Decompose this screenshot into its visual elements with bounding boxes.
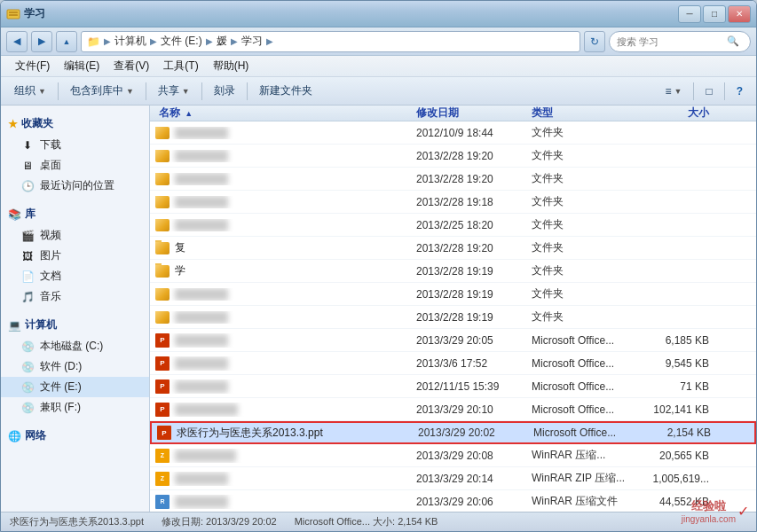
sidebar-item-music[interactable]: 🎵 音乐 <box>1 286 149 307</box>
col-header-type[interactable]: 类型 <box>532 106 638 121</box>
help-button[interactable]: ? <box>729 80 751 103</box>
sidebar-network-header[interactable]: 🌐 网络 <box>1 425 149 447</box>
file-row[interactable]: blurred2 2013/2/28 19:20 文件夹 <box>150 145 756 168</box>
burn-button[interactable]: 刻录 <box>206 80 243 103</box>
menu-file[interactable]: 文件(F) <box>8 57 57 75</box>
ppt-icon: P <box>157 426 171 440</box>
file-row[interactable]: P blurred8 2013/3/29 20:05 Microsoft Off… <box>150 329 756 352</box>
refresh-button[interactable]: ↻ <box>584 31 605 52</box>
title-bar-left: 学习 <box>6 6 45 21</box>
file-rows: blurred1 2012/10/9 18:44 文件夹 blurred2 20… <box>150 121 756 512</box>
file-row[interactable]: 学 2013/2/28 19:19 文件夹 <box>150 260 756 283</box>
col-header-name[interactable]: 名称 ▲ <box>150 106 416 121</box>
file-cell-type: Microsoft Office... <box>532 334 638 347</box>
file-cell-date: 2013/3/6 17:52 <box>416 357 532 370</box>
organize-button[interactable]: 组织 ▼ <box>6 80 54 103</box>
sidebar-item-video[interactable]: 🎬 视频 <box>1 225 149 246</box>
sidebar-computer-header[interactable]: 💻 计算机 <box>1 314 149 336</box>
sidebar-section-computer: 💻 计算机 💿 本地磁盘 (C:) 💿 软件 (D:) 💿 文件 (E:) 💿 <box>1 314 149 418</box>
file-cell-type: WinRAR 压缩... <box>532 448 638 463</box>
file-name-blurred: blurred2 <box>175 150 228 162</box>
file-cell-date: 2013/2/28 19:19 <box>416 288 532 301</box>
menu-tools[interactable]: 工具(T) <box>156 57 205 75</box>
file-row[interactable]: Z p 2013/3/29 20:14 WinRAR ZIP 压缩... 1,0… <box>150 467 756 490</box>
menu-edit[interactable]: 编辑(E) <box>57 57 106 75</box>
sort-arrow: ▲ <box>185 109 193 118</box>
sidebar-favorites-header[interactable]: ★ 收藏夹 <box>1 113 149 135</box>
file-cell-type: 文件夹 <box>532 286 638 301</box>
file-cell-name: Z blurred12.rar <box>150 449 416 463</box>
breadcrumb-computer[interactable]: 计算机 <box>114 34 146 49</box>
back-button[interactable]: ◀ <box>6 31 28 52</box>
col-header-date[interactable]: 修改日期 <box>416 106 532 121</box>
file-row[interactable]: Z blurred12.rar 2013/3/29 20:08 WinRAR 压… <box>150 444 756 467</box>
sidebar-item-recent[interactable]: 🕒 最近访问的位置 <box>1 176 149 196</box>
menu-view[interactable]: 查看(V) <box>106 57 156 75</box>
file-row[interactable]: P blurred9.pt 2013/3/6 17:52 Microsoft O… <box>150 352 756 375</box>
menu-help[interactable]: 帮助(H) <box>206 57 256 75</box>
sidebar-item-disk-e[interactable]: 💿 文件 (E:) <box>1 377 149 397</box>
file-row[interactable]: 复 2013/2/28 19:20 文件夹 <box>150 237 756 260</box>
search-bar[interactable]: 🔍 <box>609 31 751 52</box>
sidebar-item-image[interactable]: 🖼 图片 <box>1 246 149 266</box>
breadcrumb[interactable]: 📁 ▶ 计算机 ▶ 文件 (E:) ▶ 媛 ▶ 学习 ▶ <box>81 31 580 52</box>
file-name-blurred: ar <box>175 496 228 508</box>
preview-button[interactable]: □ <box>698 80 720 103</box>
file-row[interactable]: blurred5 2013/2/25 18:20 文件夹 <box>150 214 756 237</box>
breadcrumb-folder1[interactable]: 媛 <box>217 34 227 49</box>
sidebar-library-header[interactable]: 📚 库 <box>1 203 149 225</box>
sidebar-item-disk-f[interactable]: 💿 兼职 (F:) <box>1 397 149 418</box>
window-title: 学习 <box>24 6 45 21</box>
status-size: Microsoft Office... 大小: 2,154 KB <box>295 515 438 528</box>
file-cell-name: blurred5 <box>150 219 416 231</box>
desktop-icon: 🖥 <box>20 159 35 173</box>
minimize-button[interactable]: ─ <box>678 5 701 23</box>
sidebar-item-document[interactable]: 📄 文档 <box>1 266 149 286</box>
search-icon: 🔍 <box>727 35 739 47</box>
sidebar-item-desktop[interactable]: 🖥 桌面 <box>1 155 149 176</box>
watermark: 经验啦 jingyanlа.com ✓ <box>682 498 749 524</box>
breadcrumb-drive[interactable]: 文件 (E:) <box>161 34 202 49</box>
file-cell-type: 文件夹 <box>532 194 638 209</box>
file-row[interactable]: R ar 2013/3/29 20:06 WinRAR 压缩文件 44,552 … <box>150 490 756 512</box>
file-cell-date: 2013/2/28 19:20 <box>416 173 532 185</box>
file-row[interactable]: blurred3 2013/2/28 19:20 文件夹 <box>150 168 756 191</box>
forward-button[interactable]: ▶ <box>31 31 52 52</box>
file-row[interactable]: blurred7 2013/2/28 19:19 文件夹 <box>150 306 756 329</box>
include-library-button[interactable]: 包含到库中 ▼ <box>62 80 142 103</box>
watermark-sub: jingyanlа.com <box>682 514 736 524</box>
file-row[interactable]: P blurred11.ppt 2013/3/29 20:10 Microsof… <box>150 398 756 421</box>
file-cell-type: 文件夹 <box>532 125 638 140</box>
close-button[interactable]: ✕ <box>728 5 751 23</box>
file-name-blurred: blurred10 <box>175 380 228 393</box>
file-cell-date: 2013/3/29 20:05 <box>416 334 532 347</box>
file-row[interactable]: blurred1 2012/10/9 18:44 文件夹 <box>150 121 756 145</box>
up-button[interactable]: ▲ <box>56 31 77 52</box>
col-header-size[interactable]: 大小 <box>638 106 718 121</box>
view-button[interactable]: ≡ ▼ <box>657 80 690 103</box>
file-row[interactable]: P blurred10 2012/11/15 15:39 Microsoft O… <box>150 375 756 398</box>
sidebar-section-library: 📚 库 🎬 视频 🖼 图片 📄 文档 🎵 音乐 <box>1 203 149 307</box>
file-row[interactable]: P 求医行为与医患关系2013.3.ppt 2013/3/29 20:02 Mi… <box>150 421 756 444</box>
new-folder-button[interactable]: 新建文件夹 <box>251 80 320 103</box>
file-cell-name: R ar <box>150 495 416 509</box>
file-name-blurred: blurred3 <box>175 173 228 185</box>
file-cell-type: 文件夹 <box>532 240 638 255</box>
file-cell-date: 2013/3/29 20:02 <box>418 426 533 439</box>
toolbar: 组织 ▼ 包含到库中 ▼ 共享 ▼ 刻录 新建文件夹 ≡ ▼ □ <box>1 77 756 106</box>
share-button[interactable]: 共享 ▼ <box>150 80 198 103</box>
file-row[interactable]: blurred4 2013/2/28 19:18 文件夹 <box>150 191 756 214</box>
file-name-blurred: blurred4 <box>175 196 228 208</box>
file-cell-size: 102,141 KB <box>638 403 718 416</box>
sidebar-item-download[interactable]: ⬇ 下载 <box>1 135 149 155</box>
folder-icon <box>155 311 170 324</box>
maximize-button[interactable]: □ <box>703 5 726 23</box>
search-input[interactable] <box>617 36 723 47</box>
sidebar-item-disk-d[interactable]: 💿 软件 (D:) <box>1 356 149 377</box>
file-list-header: 名称 ▲ 修改日期 类型 大小 <box>150 106 756 121</box>
breadcrumb-folder2[interactable]: 学习 <box>241 34 263 49</box>
file-row[interactable]: blurred6 2013/2/28 19:19 文件夹 <box>150 283 756 306</box>
file-cell-type: Microsoft Office... <box>532 403 638 416</box>
file-cell-date: 2013/3/29 20:06 <box>416 496 532 508</box>
sidebar-item-disk-c[interactable]: 💿 本地磁盘 (C:) <box>1 336 149 356</box>
